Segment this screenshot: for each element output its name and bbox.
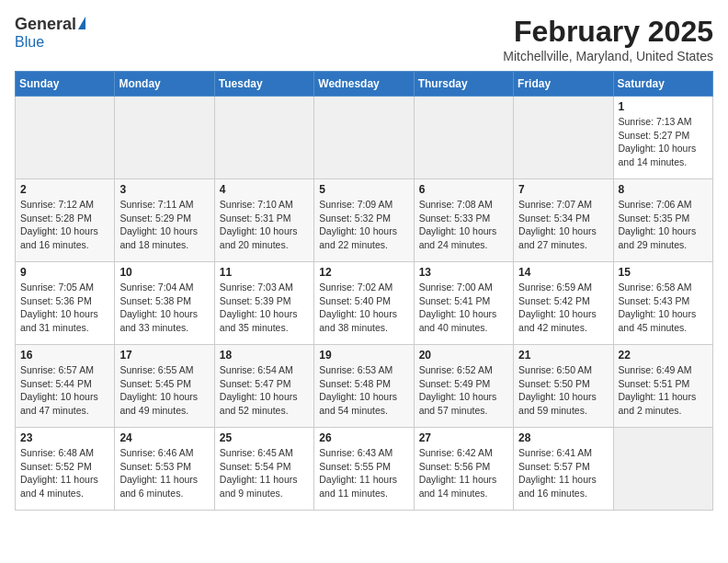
calendar-cell: 2Sunrise: 7:12 AM Sunset: 5:28 PM Daylig… (16, 179, 115, 262)
calendar-cell: 23Sunrise: 6:48 AM Sunset: 5:52 PM Dayli… (16, 428, 115, 511)
day-info: Sunrise: 6:57 AM Sunset: 5:44 PM Dayligh… (20, 363, 109, 418)
calendar-cell: 6Sunrise: 7:08 AM Sunset: 5:33 PM Daylig… (414, 179, 513, 262)
day-number: 9 (20, 266, 109, 279)
page-header: General Blue February 2025 Mitchellville… (15, 15, 713, 63)
day-number: 15 (619, 266, 708, 279)
day-info: Sunrise: 7:12 AM Sunset: 5:28 PM Dayligh… (20, 198, 109, 252)
calendar-title: February 2025 (503, 15, 713, 49)
day-info: Sunrise: 7:06 AM Sunset: 5:35 PM Dayligh… (619, 198, 708, 252)
day-info: Sunrise: 7:10 AM Sunset: 5:31 PM Dayligh… (220, 198, 309, 252)
calendar-cell: 26Sunrise: 6:43 AM Sunset: 5:55 PM Dayli… (314, 428, 414, 511)
day-info: Sunrise: 6:50 AM Sunset: 5:50 PM Dayligh… (518, 363, 608, 418)
weekday-header-sunday: Sunday (16, 72, 115, 97)
day-number: 19 (319, 349, 408, 362)
day-number: 13 (419, 266, 508, 279)
calendar-cell: 8Sunrise: 7:06 AM Sunset: 5:35 PM Daylig… (613, 179, 712, 262)
day-number: 28 (518, 431, 608, 444)
weekday-header-thursday: Thursday (414, 72, 513, 97)
day-info: Sunrise: 6:52 AM Sunset: 5:49 PM Dayligh… (419, 363, 508, 418)
calendar-cell: 28Sunrise: 6:41 AM Sunset: 5:57 PM Dayli… (514, 428, 613, 511)
calendar-cell (414, 97, 513, 179)
calendar-cell: 5Sunrise: 7:09 AM Sunset: 5:32 PM Daylig… (314, 179, 414, 262)
calendar-cell: 20Sunrise: 6:52 AM Sunset: 5:49 PM Dayli… (414, 345, 513, 428)
day-info: Sunrise: 7:00 AM Sunset: 5:41 PM Dayligh… (419, 281, 508, 335)
title-block: February 2025 Mitchellville, Maryland, U… (503, 15, 713, 63)
calendar-cell (115, 97, 214, 179)
day-number: 25 (220, 431, 309, 444)
day-info: Sunrise: 7:02 AM Sunset: 5:40 PM Dayligh… (319, 281, 408, 335)
day-info: Sunrise: 6:41 AM Sunset: 5:57 PM Dayligh… (518, 446, 608, 500)
calendar-cell (514, 97, 613, 179)
calendar-cell: 7Sunrise: 7:07 AM Sunset: 5:34 PM Daylig… (514, 179, 613, 262)
day-info: Sunrise: 6:55 AM Sunset: 5:45 PM Dayligh… (119, 363, 209, 418)
calendar-cell: 10Sunrise: 7:04 AM Sunset: 5:38 PM Dayli… (115, 262, 214, 345)
calendar-cell: 11Sunrise: 7:03 AM Sunset: 5:39 PM Dayli… (214, 262, 313, 345)
day-info: Sunrise: 6:59 AM Sunset: 5:42 PM Dayligh… (518, 281, 608, 335)
day-info: Sunrise: 6:49 AM Sunset: 5:51 PM Dayligh… (619, 363, 708, 418)
day-number: 7 (518, 183, 608, 196)
day-info: Sunrise: 7:03 AM Sunset: 5:39 PM Dayligh… (220, 281, 309, 335)
calendar-cell: 22Sunrise: 6:49 AM Sunset: 5:51 PM Dayli… (613, 345, 712, 428)
day-info: Sunrise: 6:54 AM Sunset: 5:47 PM Dayligh… (220, 363, 309, 418)
day-number: 27 (419, 431, 508, 444)
weekday-header-wednesday: Wednesday (314, 72, 414, 97)
calendar-cell: 25Sunrise: 6:45 AM Sunset: 5:54 PM Dayli… (214, 428, 313, 511)
calendar-cell: 16Sunrise: 6:57 AM Sunset: 5:44 PM Dayli… (16, 345, 115, 428)
day-number: 1 (619, 100, 708, 113)
calendar-cell: 13Sunrise: 7:00 AM Sunset: 5:41 PM Dayli… (414, 262, 513, 345)
calendar-cell (613, 428, 712, 511)
day-number: 12 (319, 266, 408, 279)
day-number: 4 (220, 183, 309, 196)
day-info: Sunrise: 6:42 AM Sunset: 5:56 PM Dayligh… (419, 446, 508, 500)
weekday-header-saturday: Saturday (613, 72, 712, 97)
day-info: Sunrise: 7:08 AM Sunset: 5:33 PM Dayligh… (419, 198, 508, 252)
day-number: 18 (220, 349, 309, 362)
day-info: Sunrise: 6:45 AM Sunset: 5:54 PM Dayligh… (220, 446, 309, 500)
day-info: Sunrise: 6:48 AM Sunset: 5:52 PM Dayligh… (20, 446, 109, 500)
weekday-header-tuesday: Tuesday (214, 72, 313, 97)
day-info: Sunrise: 6:58 AM Sunset: 5:43 PM Dayligh… (619, 281, 708, 335)
day-info: Sunrise: 6:43 AM Sunset: 5:55 PM Dayligh… (319, 446, 408, 500)
calendar-cell: 27Sunrise: 6:42 AM Sunset: 5:56 PM Dayli… (414, 428, 513, 511)
day-info: Sunrise: 7:05 AM Sunset: 5:36 PM Dayligh… (20, 281, 109, 335)
calendar-cell: 9Sunrise: 7:05 AM Sunset: 5:36 PM Daylig… (16, 262, 115, 345)
logo-triangle-icon (78, 17, 85, 29)
day-number: 20 (419, 349, 508, 362)
day-number: 3 (119, 183, 209, 196)
calendar-cell (314, 97, 414, 179)
day-number: 21 (518, 349, 608, 362)
day-info: Sunrise: 6:46 AM Sunset: 5:53 PM Dayligh… (119, 446, 209, 500)
calendar-subtitle: Mitchellville, Maryland, United States (503, 49, 713, 63)
logo: General Blue (15, 15, 85, 51)
week-row-3: 9Sunrise: 7:05 AM Sunset: 5:36 PM Daylig… (16, 262, 713, 345)
day-number: 11 (220, 266, 309, 279)
weekday-header-row: SundayMondayTuesdayWednesdayThursdayFrid… (16, 72, 713, 97)
logo-blue-text: Blue (15, 34, 44, 51)
day-number: 24 (119, 431, 209, 444)
calendar-cell: 12Sunrise: 7:02 AM Sunset: 5:40 PM Dayli… (314, 262, 414, 345)
calendar-cell: 17Sunrise: 6:55 AM Sunset: 5:45 PM Dayli… (115, 345, 214, 428)
day-info: Sunrise: 7:04 AM Sunset: 5:38 PM Dayligh… (119, 281, 209, 335)
day-number: 6 (419, 183, 508, 196)
day-number: 14 (518, 266, 608, 279)
calendar-table: SundayMondayTuesdayWednesdayThursdayFrid… (15, 71, 713, 511)
day-number: 23 (20, 431, 109, 444)
calendar-cell: 18Sunrise: 6:54 AM Sunset: 5:47 PM Dayli… (214, 345, 313, 428)
calendar-cell: 21Sunrise: 6:50 AM Sunset: 5:50 PM Dayli… (514, 345, 613, 428)
calendar-cell: 14Sunrise: 6:59 AM Sunset: 5:42 PM Dayli… (514, 262, 613, 345)
week-row-4: 16Sunrise: 6:57 AM Sunset: 5:44 PM Dayli… (16, 345, 713, 428)
calendar-cell: 3Sunrise: 7:11 AM Sunset: 5:29 PM Daylig… (115, 179, 214, 262)
day-number: 22 (619, 349, 708, 362)
logo-general-text: General (15, 15, 76, 34)
calendar-cell: 24Sunrise: 6:46 AM Sunset: 5:53 PM Dayli… (115, 428, 214, 511)
calendar-cell: 19Sunrise: 6:53 AM Sunset: 5:48 PM Dayli… (314, 345, 414, 428)
calendar-cell (214, 97, 313, 179)
calendar-cell: 1Sunrise: 7:13 AM Sunset: 5:27 PM Daylig… (613, 97, 712, 179)
day-info: Sunrise: 7:13 AM Sunset: 5:27 PM Dayligh… (619, 115, 708, 169)
day-number: 16 (20, 349, 109, 362)
day-number: 26 (319, 431, 408, 444)
weekday-header-monday: Monday (115, 72, 214, 97)
day-number: 10 (119, 266, 209, 279)
weekday-header-friday: Friday (514, 72, 613, 97)
day-number: 5 (319, 183, 408, 196)
